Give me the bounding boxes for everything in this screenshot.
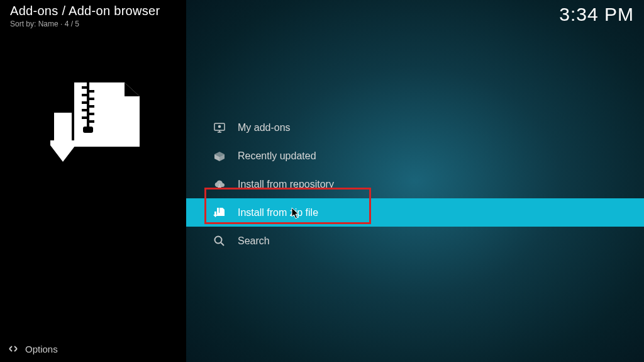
menu-item-label: Recently updated: [238, 150, 316, 162]
svg-rect-2: [89, 90, 94, 93]
options-label: Options: [25, 344, 58, 354]
breadcrumb: Add-ons / Add-on browser: [10, 4, 160, 18]
svg-rect-10: [89, 120, 94, 123]
menu-item-recently-updated[interactable]: Recently updated: [186, 142, 644, 170]
menu-item-install-from-zip[interactable]: Install from zip file: [186, 198, 644, 227]
header: Add-ons / Add-on browser Sort by: Name ·…: [0, 0, 644, 33]
menu-item-label: Install from repository: [238, 179, 334, 190]
svg-rect-9: [82, 116, 87, 119]
search-icon: [213, 234, 226, 248]
menu-item-label: Install from zip file: [238, 207, 318, 218]
cloud-download-icon: [213, 178, 226, 191]
svg-rect-8: [89, 113, 94, 115]
svg-rect-6: [89, 105, 94, 108]
zip-file-icon: [213, 206, 226, 220]
svg-rect-0: [87, 82, 89, 129]
svg-rect-11: [83, 127, 93, 133]
addon-menu-list: My add-ons Recently updated: [186, 113, 644, 255]
svg-rect-12: [54, 113, 72, 143]
menu-item-search[interactable]: Search: [186, 227, 644, 255]
svg-rect-3: [82, 94, 87, 96]
menu-item-label: My add-ons: [238, 122, 291, 133]
svg-rect-7: [82, 109, 87, 111]
svg-point-18: [215, 236, 222, 243]
svg-point-16: [219, 125, 221, 127]
monitor-icon: [213, 121, 226, 135]
svg-rect-17: [219, 208, 219, 213]
svg-rect-4: [89, 98, 94, 100]
svg-rect-5: [82, 101, 87, 104]
menu-item-label: Search: [238, 235, 270, 247]
options-button[interactable]: Options: [8, 343, 58, 354]
svg-rect-1: [82, 86, 87, 89]
left-panel: [0, 0, 186, 362]
options-icon: [8, 343, 19, 354]
svg-line-19: [221, 242, 225, 246]
clock: 3:34 PM: [559, 4, 634, 25]
menu-item-install-from-repository[interactable]: Install from repository: [186, 170, 644, 198]
sort-info: Sort by: Name · 4 / 5: [10, 20, 160, 28]
open-box-icon: [213, 149, 226, 163]
content-panel: My add-ons Recently updated: [186, 0, 644, 362]
menu-item-my-addons[interactable]: My add-ons: [186, 113, 644, 142]
addon-category-icon: [45, 72, 146, 173]
